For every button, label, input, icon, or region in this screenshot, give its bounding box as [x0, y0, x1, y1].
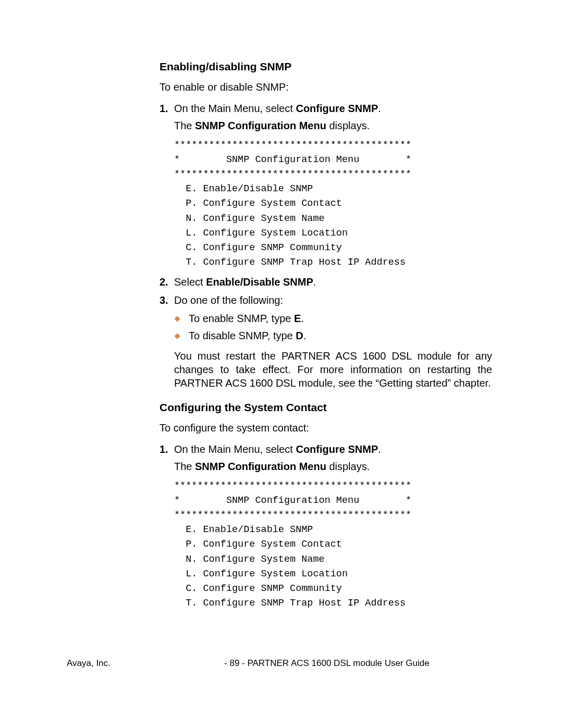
- heading-enabling-snmp: Enabling/disabling SNMP: [160, 60, 493, 73]
- cont-bold: SNMP Configuration Menu: [195, 461, 326, 472]
- cont-pre: The: [174, 120, 195, 131]
- step-1-contact: 1. On the Main Menu, select Configure SN…: [160, 442, 493, 474]
- cont-post: displays.: [326, 461, 370, 472]
- step-1-enable: 1. On the Main Menu, select Configure SN…: [160, 102, 493, 133]
- step-2-enable: 2. Select Enable/Disable SNMP.: [160, 275, 493, 289]
- step-body: Do one of the following:: [174, 293, 493, 307]
- step-body: On the Main Menu, select Configure SNMP.…: [174, 442, 493, 474]
- diamond-icon: [174, 312, 189, 326]
- bullet-body: To disable SNMP, type D.: [189, 329, 493, 343]
- heading-configuring-contact: Configuring the System Contact: [160, 401, 493, 414]
- bullet1-post: .: [301, 313, 304, 324]
- bullet2-pre: To disable SNMP, type: [189, 330, 296, 341]
- intro-enabling-snmp: To enable or disable SNMP:: [160, 80, 493, 94]
- step-text-bold: Configure SNMP: [296, 443, 378, 455]
- page-footer: Avaya, Inc. - 89 - PARTNER ACS 1600 DSL …: [67, 658, 496, 669]
- code-snmp-menu-1: ****************************************…: [174, 138, 493, 270]
- step-text-pre: On the Main Menu, select: [174, 443, 296, 455]
- step-text-pre: On the Main Menu, select: [174, 103, 296, 114]
- footer-page-title: - 89 - PARTNER ACS 1600 DSL module User …: [111, 658, 496, 669]
- step-text-post: .: [378, 103, 381, 114]
- cont-pre: The: [174, 461, 195, 472]
- diamond-icon: [174, 329, 189, 343]
- cont-post: displays.: [326, 120, 370, 131]
- cont-bold: SNMP Configuration Menu: [195, 120, 326, 131]
- step-3-enable: 3. Do one of the following:: [160, 293, 493, 307]
- restart-note: You must restart the PARTNER ACS 1600 DS…: [174, 349, 492, 390]
- step-body: Select Enable/Disable SNMP.: [174, 275, 493, 289]
- step-body: On the Main Menu, select Configure SNMP.…: [174, 102, 493, 133]
- bullet-disable-d: To disable SNMP, type D.: [174, 329, 493, 343]
- step2-pre: Select: [174, 276, 206, 288]
- bullet-body: To enable SNMP, type E.: [189, 312, 493, 326]
- code-snmp-menu-2: ****************************************…: [174, 479, 493, 611]
- step-number: 1.: [160, 442, 174, 474]
- intro-configuring-contact: To configure the system contact:: [160, 421, 493, 435]
- bullet1-bold: E: [294, 313, 301, 324]
- bullet1-pre: To enable SNMP, type: [189, 313, 294, 324]
- step-text-post: .: [378, 443, 381, 455]
- footer-company: Avaya, Inc.: [67, 658, 111, 669]
- bullet-enable-e: To enable SNMP, type E.: [174, 312, 493, 326]
- step-number: 3.: [160, 293, 174, 307]
- step-number: 2.: [160, 275, 174, 289]
- step-continuation: The SNMP Configuration Menu displays.: [174, 460, 493, 474]
- bullet2-bold: D: [296, 330, 303, 341]
- page-content: Enabling/disabling SNMP To enable or dis…: [160, 60, 493, 616]
- step-text-bold: Configure SNMP: [296, 103, 378, 114]
- step2-bold: Enable/Disable SNMP: [206, 276, 313, 288]
- step2-post: .: [313, 276, 316, 288]
- step-continuation: The SNMP Configuration Menu displays.: [174, 119, 493, 133]
- step-number: 1.: [160, 102, 174, 133]
- bullet2-post: .: [303, 330, 307, 341]
